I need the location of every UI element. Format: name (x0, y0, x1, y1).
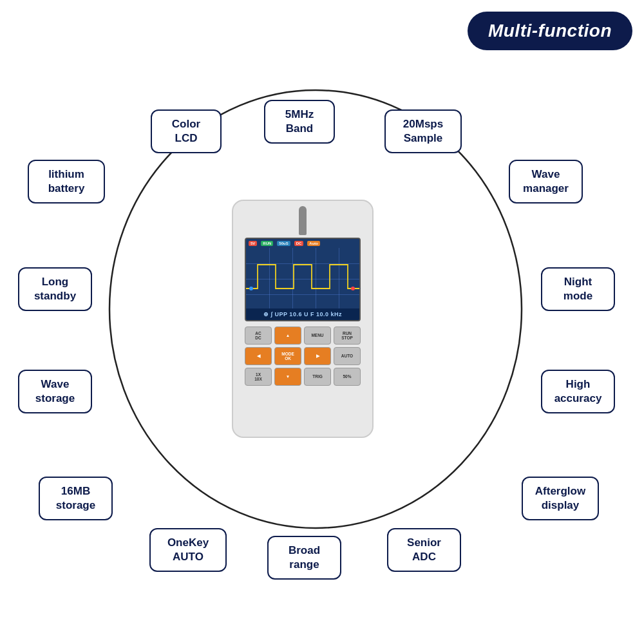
key-down[interactable]: ▼ (274, 368, 301, 386)
key-auto[interactable]: AUTO (334, 347, 361, 365)
feature-color-lcd: ColorLCD (151, 109, 222, 153)
feature-20msps-sample: 20MspsSample (384, 109, 462, 153)
key-right[interactable]: ▶ (304, 347, 331, 365)
status-seg-3: 50uS (277, 241, 290, 246)
key-up[interactable]: ▲ (274, 327, 301, 345)
feature-wave-manager: Wavemanager (509, 160, 583, 204)
status-seg-1: 5V (249, 241, 257, 246)
screen-measurement: ⊕ ∫ UPP 10.6 U F 10.0 kHz (246, 308, 359, 320)
feature-senior-adc: SeniorADC (387, 528, 461, 572)
svg-point-2 (351, 287, 355, 290)
keypad: ACDC ▲ MENU RUNSTOP ◀ MODEOK ▶ AUTO 1X10… (245, 327, 361, 386)
key-left[interactable]: ◀ (245, 347, 272, 365)
oscilloscope-screen: 5V RUN 50uS DC Auto (245, 238, 361, 321)
feature-5mhz-band: 5MHzBand (264, 100, 335, 144)
key-ac-dc[interactable]: ACDC (245, 327, 272, 345)
key-50pct[interactable]: 50% (334, 368, 361, 386)
feature-lithium-battery: lithiumbattery (28, 160, 105, 204)
feature-afterglow-display: Afterglowdisplay (522, 477, 599, 520)
feature-long-standby: Longstandby (18, 267, 92, 311)
key-menu[interactable]: MENU (304, 327, 331, 345)
feature-broad-range: Broadrange (267, 536, 341, 580)
page-title: Multi-function (468, 12, 632, 50)
key-trig[interactable]: TRIG (304, 368, 331, 386)
key-mode-ok[interactable]: MODEOK (274, 347, 301, 365)
status-seg-4: DC (294, 241, 304, 246)
feature-onekey-auto: OneKeyAUTO (149, 528, 227, 572)
waveform-area (246, 248, 359, 310)
key-run-stop[interactable]: RUNSTOP (334, 327, 361, 345)
screen-status-bar: 5V RUN 50uS DC Auto (246, 239, 359, 248)
key-1x-10x[interactable]: 1X10X (245, 368, 272, 386)
status-seg-2: RUN (261, 241, 273, 246)
status-seg-5: Auto (307, 241, 320, 246)
feature-wave-storage: Wavestorage (18, 370, 92, 413)
svg-point-1 (249, 287, 253, 290)
feature-night-mode: Nightmode (541, 267, 615, 311)
feature-16mb-storage: 16MBstorage (39, 477, 113, 520)
feature-high-accuracy: Highaccuracy (541, 370, 615, 413)
device: 5V RUN 50uS DC Auto (232, 200, 386, 444)
antenna (299, 206, 307, 235)
